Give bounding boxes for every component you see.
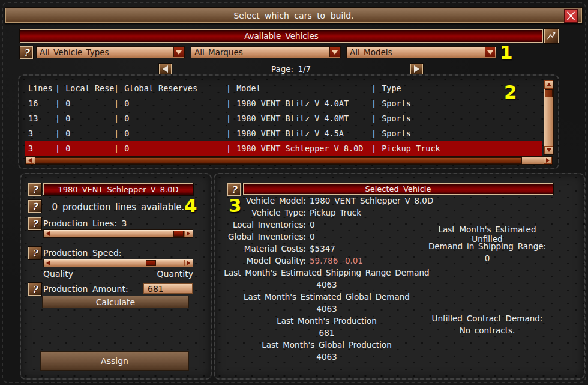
dropdown-arrow-button[interactable] xyxy=(485,47,495,57)
column-separator: | xyxy=(371,129,376,138)
annotation-4: 4 xyxy=(184,196,197,215)
column-separator: | xyxy=(114,83,119,93)
production-lines-slider[interactable] xyxy=(43,229,193,238)
close-icon xyxy=(566,11,576,21)
vehicle-type-dropdown-value: All Vehicle Types xyxy=(40,47,109,57)
help-button-lines-available[interactable]: ? xyxy=(28,200,41,213)
production-speed-slider[interactable] xyxy=(43,259,193,267)
cell-global: 0 xyxy=(124,99,129,108)
detail-row: Global Inventories: 0 xyxy=(223,231,430,243)
annotation-1: 1 xyxy=(500,43,513,62)
column-separator: | xyxy=(226,129,231,138)
slider-right-button[interactable] xyxy=(184,231,192,237)
help-icon: ? xyxy=(32,248,38,259)
lines-available-text: 0 production lines available. xyxy=(43,202,193,213)
cell-model: 1980 VENT Blitz V 4.0AT xyxy=(236,99,349,108)
detail-label: Local Inventories: xyxy=(223,220,306,229)
detail-value: $5347 xyxy=(306,244,335,253)
assign-button[interactable]: Assign xyxy=(40,351,189,371)
arrow-up-icon xyxy=(547,83,551,86)
next-page-button[interactable] xyxy=(410,64,423,74)
detail-label: Model Quality: xyxy=(223,256,306,265)
available-vehicles-label: Available Vehicles xyxy=(244,31,319,41)
arrow-right-icon xyxy=(414,65,419,73)
stat-label: Last Month's Estimated Shipping Range De… xyxy=(223,267,430,279)
column-separator: | xyxy=(55,83,60,93)
scroll-right-button[interactable] xyxy=(544,157,552,164)
quantity-label: Quantity xyxy=(157,269,194,279)
marque-dropdown[interactable]: All Marques xyxy=(191,46,341,58)
close-button[interactable] xyxy=(564,9,578,23)
cell-type: Sports xyxy=(382,99,411,108)
build-cars-dialog: Select which cars to build. Available Ve… xyxy=(0,0,588,385)
selected-vehicle-header-label: Selected Vehicle xyxy=(365,184,431,193)
vehicle-type-dropdown[interactable]: All Vehicle Types xyxy=(36,46,185,58)
scroll-down-button[interactable] xyxy=(544,146,553,154)
scroll-up-button[interactable] xyxy=(544,80,553,89)
detail-value: 0 xyxy=(306,232,315,241)
stat-value: 4063 xyxy=(223,351,430,363)
slider-right-button[interactable] xyxy=(184,260,192,266)
prev-page-button[interactable] xyxy=(159,64,172,74)
production-speed-slider-thumb[interactable] xyxy=(146,260,156,266)
column-separator: | xyxy=(226,144,231,153)
cell-model: 1980 VENT Blitz V 4.0MT xyxy=(236,114,349,123)
detail-label: Material Costs: xyxy=(223,244,306,253)
col-header-local-reserves: Local Reserves xyxy=(65,83,114,93)
help-button-production-lines[interactable]: ? xyxy=(28,217,41,230)
slider-left-button[interactable] xyxy=(44,260,52,266)
column-separator: | xyxy=(226,83,231,93)
column-separator: | xyxy=(371,83,376,93)
column-separator: | xyxy=(371,114,376,123)
production-panel: ? 1980 VENT Schlepper V 8.0D ? 0 product… xyxy=(20,173,212,380)
table-row[interactable]: 13 |0 |0 |1980 VENT Blitz V 4.0MT |Sport… xyxy=(25,111,542,126)
production-lines-slider-thumb[interactable] xyxy=(173,231,184,237)
help-button-production-amount[interactable]: ? xyxy=(28,283,41,296)
horizontal-scroll-thumb[interactable] xyxy=(35,157,522,164)
table-row-selected[interactable]: 3 |0 |0 |1980 VENT Schlepper V 8.0D |Pic… xyxy=(25,141,542,156)
vertical-scrollbar[interactable] xyxy=(544,80,554,155)
unfilled-demand-value: 0 xyxy=(421,252,553,264)
detail-row: Vehicle Type: Pickup Truck xyxy=(223,207,430,219)
help-button-filters[interactable]: ? xyxy=(20,46,33,59)
horizontal-scrollbar[interactable] xyxy=(25,156,553,165)
arrow-left-icon xyxy=(28,158,32,163)
model-quality-value: 59.786 -0.01 xyxy=(306,256,363,265)
column-separator: | xyxy=(55,114,60,123)
help-button-selected-vehicle[interactable]: ? xyxy=(227,183,241,196)
chart-button[interactable] xyxy=(544,29,559,43)
unfilled-demand-label-line2: Demand in Shipping Range: xyxy=(421,240,553,252)
vertical-scroll-thumb[interactable] xyxy=(545,89,553,97)
column-separator: | xyxy=(226,99,231,108)
cell-local: 0 xyxy=(65,144,70,153)
speed-scale-labels: Quality Quantity xyxy=(43,269,193,279)
help-button-vehicle[interactable]: ? xyxy=(28,183,41,196)
chevron-down-icon xyxy=(487,50,493,55)
detail-row: Vehicle Model: 1980 VENT Schlepper V 8.0… xyxy=(223,195,430,207)
stat-label: Last Month's Production xyxy=(223,315,430,327)
table-row[interactable]: 16 |0 |0 |1980 VENT Blitz V 4.0AT |Sport… xyxy=(25,95,542,111)
calculate-button[interactable]: Calculate xyxy=(42,296,189,308)
unfilled-demand-label-line1: Last Month's Estimated Unfilled xyxy=(421,228,553,240)
production-amount-input[interactable] xyxy=(143,283,193,294)
table-row[interactable]: 3 |0 |0 |1980 VENT Blitz V 4.5A |Sports xyxy=(25,126,542,141)
detail-label: Global Inventories: xyxy=(223,232,306,241)
chevron-down-icon xyxy=(176,50,182,55)
help-button-production-speed[interactable]: ? xyxy=(28,247,41,259)
dropdown-arrow-button[interactable] xyxy=(329,47,340,57)
cell-local: 0 xyxy=(65,114,70,123)
vehicle-table: Lines |Local Reserves |Global Reserves |… xyxy=(25,80,542,156)
column-separator: | xyxy=(114,99,119,108)
stat-label: Last Month's Estimated Global Demand xyxy=(223,291,430,303)
arrow-right-icon xyxy=(546,158,550,163)
dropdown-arrow-button[interactable] xyxy=(173,47,184,57)
scroll-left-button[interactable] xyxy=(26,157,34,164)
model-dropdown[interactable]: All Models xyxy=(346,46,496,58)
stat-value: 681 xyxy=(223,327,430,339)
detail-row: Material Costs: $5347 xyxy=(223,243,430,255)
contract-demand-label: Unfilled Contract Demand: xyxy=(421,312,553,324)
selected-vehicle-name: 1980 VENT Schlepper V 8.0D xyxy=(58,185,178,194)
column-separator: | xyxy=(226,114,231,123)
slider-left-button[interactable] xyxy=(44,231,52,237)
cell-global: 0 xyxy=(124,129,129,138)
